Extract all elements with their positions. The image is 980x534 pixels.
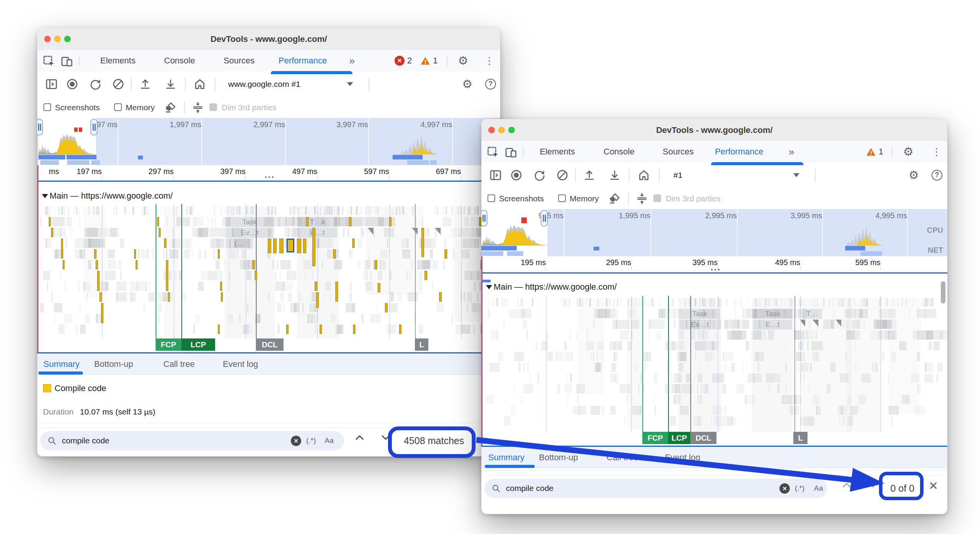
l-marker[interactable]: L	[415, 338, 428, 351]
lcp-marker[interactable]: LCP	[668, 432, 690, 444]
selection-handle-right[interactable]	[541, 210, 548, 227]
titlebar[interactable]: DevTools - www.google.com/	[37, 28, 500, 50]
tab-sources[interactable]: Sources	[224, 50, 255, 71]
regex-toggle[interactable]: (.*)	[795, 479, 804, 498]
lcp-marker[interactable]: LCP	[181, 338, 215, 351]
tab-performance[interactable]: Performance	[279, 50, 327, 71]
timeline-overview[interactable]: 997 ms 1,997 ms 2,997 ms 3,997 ms 4,997 …	[37, 118, 500, 165]
flame-chart[interactable]: Main — https://www.google.com/ Task T…k …	[37, 182, 500, 352]
record-icon[interactable]	[66, 78, 79, 91]
clear-search-icon[interactable]: ✕	[291, 436, 301, 446]
tab-bottom-up[interactable]: Bottom-up	[94, 353, 133, 375]
next-match-icon[interactable]	[868, 481, 878, 489]
history-dropdown[interactable]: www.google.com #1	[228, 75, 300, 94]
kebab-menu-icon[interactable]: ⋮	[484, 50, 494, 71]
dcl-marker[interactable]: DCL	[256, 338, 284, 351]
timeline-overview[interactable]: 995 ms 1,995 ms 2,995 ms 3,995 ms 4,995 …	[481, 209, 947, 256]
dropdown-caret-icon[interactable]	[347, 82, 353, 86]
search-input[interactable]: compile code ✕ (.*) Aa	[40, 431, 344, 450]
pane-divider[interactable]	[481, 446, 947, 447]
tab-console[interactable]: Console	[164, 50, 195, 71]
home-icon[interactable]	[637, 169, 650, 182]
l-marker[interactable]: L	[793, 432, 808, 444]
error-count[interactable]: 2	[407, 50, 412, 71]
warning-icon[interactable]	[866, 147, 876, 158]
screenshots-checkbox[interactable]	[43, 103, 51, 111]
toggle-sidebar-icon[interactable]	[45, 78, 58, 91]
help-icon[interactable]: ?	[485, 79, 496, 90]
tab-call-tree[interactable]: Call tree	[607, 447, 638, 468]
selection-handle-left[interactable]	[481, 210, 488, 227]
tab-performance[interactable]: Performance	[715, 141, 763, 163]
garbage-collect-brush-icon[interactable]	[164, 101, 176, 114]
clear-search-icon[interactable]: ✕	[779, 483, 790, 494]
collapse-sections-icon[interactable]	[636, 192, 648, 205]
close-search-icon[interactable]: ✕	[929, 479, 938, 493]
inspect-icon[interactable]	[43, 55, 56, 68]
download-profile-icon[interactable]	[608, 169, 621, 182]
home-icon[interactable]	[193, 78, 206, 91]
regex-toggle[interactable]: (.*)	[306, 431, 316, 450]
upload-profile-icon[interactable]	[139, 78, 152, 91]
vertical-scrollbar[interactable]	[941, 281, 945, 303]
disclosure-triangle-icon[interactable]	[42, 194, 48, 198]
memory-checkbox[interactable]	[114, 103, 122, 111]
match-case-toggle[interactable]: Aa	[814, 479, 823, 498]
track-divider[interactable]	[481, 272, 947, 274]
device-toolbar-icon[interactable]	[504, 146, 517, 159]
selection-handle-left[interactable]	[37, 119, 43, 136]
overflow-dots[interactable]	[711, 269, 720, 270]
settings-gear-icon[interactable]: ⚙	[903, 145, 914, 158]
disclosure-triangle-icon[interactable]	[486, 285, 492, 289]
titlebar[interactable]: DevTools - www.google.com/	[481, 119, 947, 141]
tab-event-log[interactable]: Event log	[223, 353, 258, 375]
tab-call-tree[interactable]: Call tree	[163, 353, 195, 375]
tab-elements[interactable]: Elements	[540, 141, 575, 163]
pane-divider[interactable]	[37, 352, 500, 353]
settings-gear-icon[interactable]: ⚙	[458, 54, 468, 67]
dropdown-caret-icon[interactable]	[793, 173, 799, 177]
dim-3rd-parties-checkbox[interactable]	[209, 103, 217, 111]
error-badge-icon[interactable]: ✕	[395, 56, 405, 66]
history-dropdown[interactable]: #1	[673, 166, 682, 185]
download-profile-icon[interactable]	[164, 78, 177, 91]
toggle-sidebar-icon[interactable]	[489, 169, 502, 182]
clear-icon[interactable]	[556, 169, 569, 182]
tab-console[interactable]: Console	[604, 141, 635, 163]
previous-match-icon[interactable]	[842, 481, 852, 489]
previous-match-icon[interactable]	[355, 433, 365, 442]
kebab-menu-icon[interactable]: ⋮	[932, 141, 942, 163]
dcl-marker[interactable]: DCL	[690, 432, 716, 444]
tab-sources[interactable]: Sources	[663, 141, 694, 163]
device-toolbar-icon[interactable]	[60, 55, 73, 68]
more-tabs-chevron[interactable]: »	[789, 141, 794, 163]
reload-record-icon[interactable]	[89, 78, 102, 91]
match-case-toggle[interactable]: Aa	[325, 431, 333, 450]
selection-handle-right[interactable]	[90, 119, 98, 136]
screenshots-checkbox[interactable]	[488, 194, 495, 202]
reload-record-icon[interactable]	[533, 169, 546, 182]
tab-bottom-up[interactable]: Bottom-up	[539, 447, 578, 468]
track-divider[interactable]	[37, 181, 500, 182]
inspect-icon[interactable]	[487, 146, 500, 159]
capture-settings-gear-icon[interactable]: ⚙	[909, 169, 919, 182]
tab-event-log[interactable]: Event log	[665, 447, 700, 468]
selected-event-highlight[interactable]	[287, 239, 294, 252]
record-icon[interactable]	[510, 169, 523, 182]
upload-profile-icon[interactable]	[583, 169, 596, 182]
warning-count[interactable]: 1	[879, 141, 883, 163]
tab-elements[interactable]: Elements	[100, 50, 136, 71]
flame-chart[interactable]: Main — https://www.google.com/ Task Task…	[481, 274, 947, 446]
warning-count[interactable]: 1	[433, 50, 438, 71]
collapse-sections-icon[interactable]	[192, 101, 204, 114]
search-input[interactable]: compile code ✕ (.*) Aa	[484, 479, 827, 498]
capture-settings-gear-icon[interactable]: ⚙	[462, 78, 473, 91]
overflow-dots[interactable]	[265, 176, 274, 178]
more-tabs-chevron[interactable]: »	[349, 50, 355, 71]
clear-icon[interactable]	[112, 78, 125, 91]
memory-checkbox[interactable]	[558, 194, 566, 202]
garbage-collect-brush-icon[interactable]	[608, 192, 620, 205]
warning-icon[interactable]	[420, 56, 431, 66]
fcp-marker[interactable]: FCP	[156, 338, 181, 351]
help-icon[interactable]: ?	[932, 170, 942, 181]
